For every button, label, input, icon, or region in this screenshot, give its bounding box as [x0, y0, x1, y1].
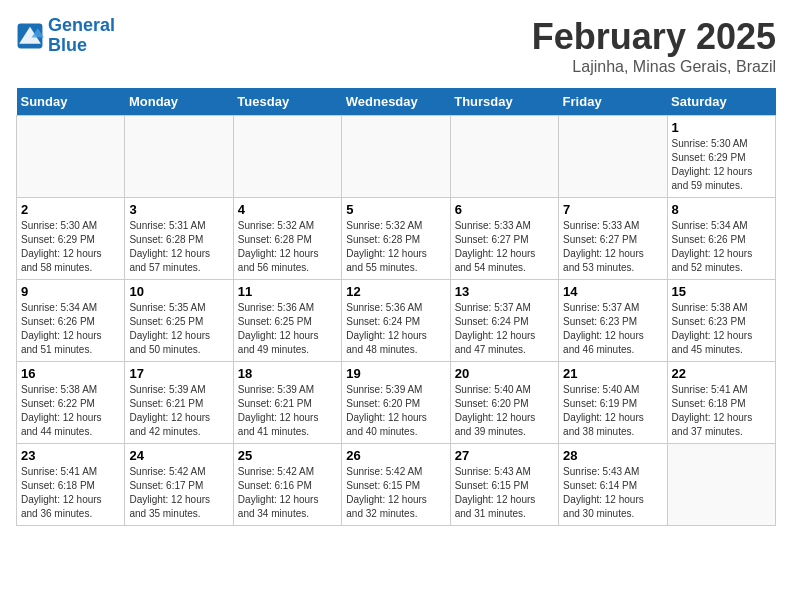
day-number: 5: [346, 202, 445, 217]
day-info: Sunrise: 5:30 AM Sunset: 6:29 PM Dayligh…: [672, 137, 771, 193]
calendar-cell: 26Sunrise: 5:42 AM Sunset: 6:15 PM Dayli…: [342, 444, 450, 526]
weekday-header-wednesday: Wednesday: [342, 88, 450, 116]
day-number: 2: [21, 202, 120, 217]
day-number: 24: [129, 448, 228, 463]
calendar-cell: 18Sunrise: 5:39 AM Sunset: 6:21 PM Dayli…: [233, 362, 341, 444]
calendar-cell: 21Sunrise: 5:40 AM Sunset: 6:19 PM Dayli…: [559, 362, 667, 444]
day-info: Sunrise: 5:42 AM Sunset: 6:17 PM Dayligh…: [129, 465, 228, 521]
day-number: 10: [129, 284, 228, 299]
day-info: Sunrise: 5:30 AM Sunset: 6:29 PM Dayligh…: [21, 219, 120, 275]
logo-text: General Blue: [48, 16, 115, 56]
day-info: Sunrise: 5:38 AM Sunset: 6:23 PM Dayligh…: [672, 301, 771, 357]
calendar-cell: 13Sunrise: 5:37 AM Sunset: 6:24 PM Dayli…: [450, 280, 558, 362]
day-info: Sunrise: 5:36 AM Sunset: 6:25 PM Dayligh…: [238, 301, 337, 357]
month-title: February 2025: [532, 16, 776, 58]
calendar-cell: 12Sunrise: 5:36 AM Sunset: 6:24 PM Dayli…: [342, 280, 450, 362]
calendar-cell: 5Sunrise: 5:32 AM Sunset: 6:28 PM Daylig…: [342, 198, 450, 280]
calendar-cell: 11Sunrise: 5:36 AM Sunset: 6:25 PM Dayli…: [233, 280, 341, 362]
calendar-cell: 15Sunrise: 5:38 AM Sunset: 6:23 PM Dayli…: [667, 280, 775, 362]
logo: General Blue: [16, 16, 115, 56]
calendar-cell: 28Sunrise: 5:43 AM Sunset: 6:14 PM Dayli…: [559, 444, 667, 526]
day-info: Sunrise: 5:39 AM Sunset: 6:20 PM Dayligh…: [346, 383, 445, 439]
calendar-cell: 25Sunrise: 5:42 AM Sunset: 6:16 PM Dayli…: [233, 444, 341, 526]
calendar-week-1: 1Sunrise: 5:30 AM Sunset: 6:29 PM Daylig…: [17, 116, 776, 198]
day-number: 17: [129, 366, 228, 381]
day-info: Sunrise: 5:42 AM Sunset: 6:15 PM Dayligh…: [346, 465, 445, 521]
calendar-cell: 24Sunrise: 5:42 AM Sunset: 6:17 PM Dayli…: [125, 444, 233, 526]
weekday-header-sunday: Sunday: [17, 88, 125, 116]
weekday-header-row: SundayMondayTuesdayWednesdayThursdayFrid…: [17, 88, 776, 116]
calendar-week-2: 2Sunrise: 5:30 AM Sunset: 6:29 PM Daylig…: [17, 198, 776, 280]
day-info: Sunrise: 5:39 AM Sunset: 6:21 PM Dayligh…: [129, 383, 228, 439]
day-number: 6: [455, 202, 554, 217]
day-number: 23: [21, 448, 120, 463]
day-info: Sunrise: 5:38 AM Sunset: 6:22 PM Dayligh…: [21, 383, 120, 439]
calendar-cell: [450, 116, 558, 198]
calendar-week-5: 23Sunrise: 5:41 AM Sunset: 6:18 PM Dayli…: [17, 444, 776, 526]
calendar-cell: [17, 116, 125, 198]
day-info: Sunrise: 5:31 AM Sunset: 6:28 PM Dayligh…: [129, 219, 228, 275]
weekday-header-monday: Monday: [125, 88, 233, 116]
day-number: 19: [346, 366, 445, 381]
day-number: 11: [238, 284, 337, 299]
day-info: Sunrise: 5:42 AM Sunset: 6:16 PM Dayligh…: [238, 465, 337, 521]
day-number: 9: [21, 284, 120, 299]
calendar-cell: 7Sunrise: 5:33 AM Sunset: 6:27 PM Daylig…: [559, 198, 667, 280]
logo-line2: Blue: [48, 35, 87, 55]
logo-line1: General: [48, 15, 115, 35]
calendar-table: SundayMondayTuesdayWednesdayThursdayFrid…: [16, 88, 776, 526]
day-number: 26: [346, 448, 445, 463]
day-number: 22: [672, 366, 771, 381]
day-info: Sunrise: 5:40 AM Sunset: 6:20 PM Dayligh…: [455, 383, 554, 439]
weekday-header-friday: Friday: [559, 88, 667, 116]
day-info: Sunrise: 5:41 AM Sunset: 6:18 PM Dayligh…: [672, 383, 771, 439]
calendar-cell: 16Sunrise: 5:38 AM Sunset: 6:22 PM Dayli…: [17, 362, 125, 444]
day-number: 21: [563, 366, 662, 381]
day-info: Sunrise: 5:37 AM Sunset: 6:23 PM Dayligh…: [563, 301, 662, 357]
calendar-cell: 1Sunrise: 5:30 AM Sunset: 6:29 PM Daylig…: [667, 116, 775, 198]
calendar-cell: 17Sunrise: 5:39 AM Sunset: 6:21 PM Dayli…: [125, 362, 233, 444]
weekday-header-saturday: Saturday: [667, 88, 775, 116]
calendar-cell: [559, 116, 667, 198]
logo-icon: [16, 22, 44, 50]
day-number: 15: [672, 284, 771, 299]
day-info: Sunrise: 5:41 AM Sunset: 6:18 PM Dayligh…: [21, 465, 120, 521]
day-info: Sunrise: 5:39 AM Sunset: 6:21 PM Dayligh…: [238, 383, 337, 439]
calendar-cell: [233, 116, 341, 198]
calendar-cell: 2Sunrise: 5:30 AM Sunset: 6:29 PM Daylig…: [17, 198, 125, 280]
day-info: Sunrise: 5:32 AM Sunset: 6:28 PM Dayligh…: [346, 219, 445, 275]
day-number: 8: [672, 202, 771, 217]
day-info: Sunrise: 5:40 AM Sunset: 6:19 PM Dayligh…: [563, 383, 662, 439]
calendar-cell: [125, 116, 233, 198]
day-number: 7: [563, 202, 662, 217]
day-info: Sunrise: 5:37 AM Sunset: 6:24 PM Dayligh…: [455, 301, 554, 357]
day-info: Sunrise: 5:33 AM Sunset: 6:27 PM Dayligh…: [455, 219, 554, 275]
day-number: 18: [238, 366, 337, 381]
calendar-cell: 9Sunrise: 5:34 AM Sunset: 6:26 PM Daylig…: [17, 280, 125, 362]
day-number: 20: [455, 366, 554, 381]
day-number: 1: [672, 120, 771, 135]
day-info: Sunrise: 5:43 AM Sunset: 6:15 PM Dayligh…: [455, 465, 554, 521]
day-info: Sunrise: 5:35 AM Sunset: 6:25 PM Dayligh…: [129, 301, 228, 357]
calendar-cell: 14Sunrise: 5:37 AM Sunset: 6:23 PM Dayli…: [559, 280, 667, 362]
calendar-cell: [667, 444, 775, 526]
calendar-cell: 10Sunrise: 5:35 AM Sunset: 6:25 PM Dayli…: [125, 280, 233, 362]
day-number: 28: [563, 448, 662, 463]
day-number: 16: [21, 366, 120, 381]
calendar-cell: [342, 116, 450, 198]
page-header: General Blue February 2025 Lajinha, Mina…: [16, 16, 776, 76]
calendar-cell: 27Sunrise: 5:43 AM Sunset: 6:15 PM Dayli…: [450, 444, 558, 526]
day-number: 3: [129, 202, 228, 217]
title-area: February 2025 Lajinha, Minas Gerais, Bra…: [532, 16, 776, 76]
day-info: Sunrise: 5:32 AM Sunset: 6:28 PM Dayligh…: [238, 219, 337, 275]
calendar-cell: 8Sunrise: 5:34 AM Sunset: 6:26 PM Daylig…: [667, 198, 775, 280]
calendar-cell: 6Sunrise: 5:33 AM Sunset: 6:27 PM Daylig…: [450, 198, 558, 280]
calendar-cell: 20Sunrise: 5:40 AM Sunset: 6:20 PM Dayli…: [450, 362, 558, 444]
day-number: 27: [455, 448, 554, 463]
day-number: 13: [455, 284, 554, 299]
weekday-header-tuesday: Tuesday: [233, 88, 341, 116]
day-info: Sunrise: 5:34 AM Sunset: 6:26 PM Dayligh…: [672, 219, 771, 275]
calendar-cell: 3Sunrise: 5:31 AM Sunset: 6:28 PM Daylig…: [125, 198, 233, 280]
day-number: 14: [563, 284, 662, 299]
calendar-cell: 4Sunrise: 5:32 AM Sunset: 6:28 PM Daylig…: [233, 198, 341, 280]
